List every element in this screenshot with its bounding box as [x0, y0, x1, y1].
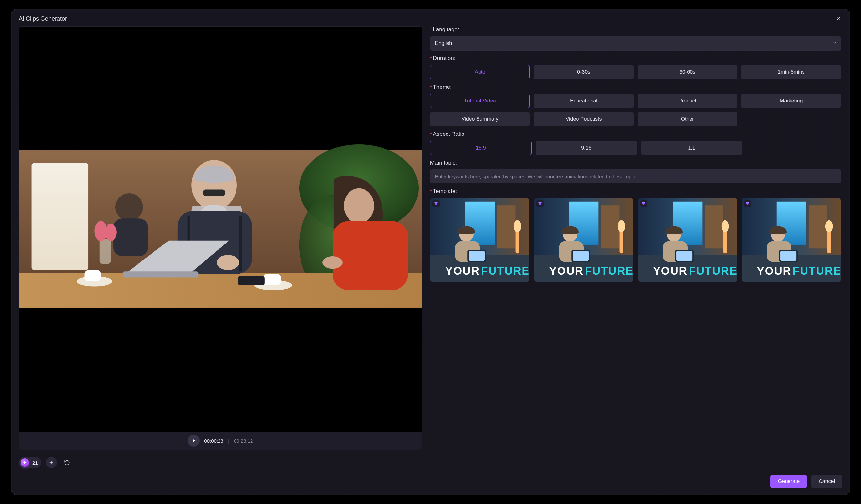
- preview-image: [19, 116, 422, 342]
- svg-point-25: [105, 224, 117, 241]
- play-icon: [191, 438, 196, 443]
- duration-options: Auto0-30s30-60s1min-5mins: [430, 65, 841, 79]
- duration-option-auto[interactable]: Auto: [430, 65, 530, 79]
- svg-rect-15: [332, 221, 408, 290]
- duration-section: *Duration: Auto0-30s30-60s1min-5mins: [430, 55, 841, 79]
- language-select[interactable]: English: [430, 36, 841, 51]
- svg-rect-59: [676, 251, 693, 261]
- language-label: *Language:: [430, 26, 841, 33]
- topic-label: Main topic:: [430, 159, 841, 166]
- theme-option-video-summary[interactable]: Video Summary: [430, 112, 530, 126]
- svg-rect-35: [469, 251, 485, 261]
- theme-option-video-podcasts[interactable]: Video Podcasts: [534, 112, 634, 126]
- theme-option-educational[interactable]: Educational: [534, 94, 634, 108]
- add-button[interactable]: [46, 457, 57, 468]
- svg-text:FUTURE: FUTURE: [585, 264, 633, 277]
- svg-point-54: [722, 220, 729, 233]
- svg-rect-29: [516, 229, 519, 254]
- modal-footer: Generate Cancel: [11, 473, 850, 494]
- svg-rect-23: [100, 239, 111, 264]
- close-button[interactable]: [834, 14, 843, 23]
- svg-point-13: [217, 255, 239, 270]
- svg-point-14: [344, 188, 374, 224]
- credits-pill[interactable]: 21: [18, 457, 41, 468]
- duration-label: *Duration:: [430, 55, 841, 62]
- svg-rect-9: [204, 190, 225, 196]
- credits-count: 21: [32, 460, 38, 465]
- template-card-3[interactable]: YOUR FUTURE: [638, 198, 737, 282]
- svg-rect-64: [809, 205, 828, 248]
- svg-text:FUTURE: FUTURE: [481, 264, 529, 277]
- theme-section: *Theme: Tutorial VideoEducationalProduct…: [430, 84, 841, 126]
- player-bar: 00:00:23 | 00:23:12: [19, 432, 422, 450]
- svg-point-30: [514, 220, 521, 233]
- spark-icon: [20, 458, 29, 467]
- current-time: 00:00:23: [204, 438, 223, 444]
- left-footer: 21: [18, 456, 422, 469]
- template-thumbnail: YOUR FUTURE: [430, 198, 529, 282]
- modal-title: AI Clips Generator: [18, 15, 67, 22]
- aspect-label: *Aspect Ratio:: [430, 131, 841, 137]
- svg-point-42: [618, 220, 625, 233]
- time-display: 00:00:23 | 00:23:12: [204, 438, 253, 444]
- right-column: *Language: English *Duration: Auto0-30s3…: [430, 26, 843, 469]
- close-icon: [836, 16, 841, 21]
- svg-rect-7: [113, 219, 148, 256]
- svg-point-16: [323, 256, 343, 269]
- template-card-4[interactable]: YOUR FUTURE: [742, 198, 841, 282]
- svg-text:YOUR: YOUR: [445, 264, 480, 277]
- svg-rect-71: [780, 251, 796, 261]
- play-button[interactable]: [188, 435, 200, 447]
- gem-icon: [536, 200, 544, 207]
- svg-rect-21: [263, 274, 281, 285]
- generate-button[interactable]: Generate: [770, 475, 807, 488]
- refresh-icon: [64, 460, 70, 465]
- svg-text:FUTURE: FUTURE: [793, 264, 841, 277]
- svg-rect-28: [497, 205, 516, 248]
- svg-rect-19: [84, 270, 100, 281]
- template-thumbnail: YOUR FUTURE: [742, 198, 841, 282]
- svg-text:YOUR: YOUR: [549, 264, 584, 277]
- video-area: 00:00:23 | 00:23:12: [18, 26, 422, 450]
- topic-input[interactable]: [430, 169, 841, 183]
- cancel-button[interactable]: Cancel: [811, 475, 843, 488]
- duration: 00:23:12: [234, 438, 253, 444]
- theme-options: Tutorial VideoEducationalProductMarketin…: [430, 94, 841, 126]
- left-column: 00:00:23 | 00:23:12 21: [18, 26, 422, 469]
- svg-rect-22: [238, 277, 264, 285]
- svg-text:FUTURE: FUTURE: [689, 264, 737, 277]
- theme-option-product[interactable]: Product: [638, 94, 738, 108]
- language-value: English: [435, 41, 452, 46]
- theme-option-marketing[interactable]: Marketing: [741, 94, 841, 108]
- video-preview[interactable]: [19, 27, 422, 432]
- language-section: *Language: English: [430, 26, 841, 51]
- theme-option-tutorial-video[interactable]: Tutorial Video: [430, 94, 530, 108]
- aspect-option-1-1[interactable]: 1:1: [641, 141, 742, 155]
- svg-text:YOUR: YOUR: [757, 264, 791, 277]
- template-options: YOUR FUTURE: [430, 198, 841, 282]
- duration-option-30-60s[interactable]: 30-60s: [638, 65, 738, 79]
- aspect-options: 16:99:161:1: [430, 141, 742, 155]
- svg-rect-2: [32, 163, 88, 270]
- aspect-option-16-9[interactable]: 16:9: [430, 141, 532, 155]
- template-label: *Template:: [430, 188, 841, 195]
- template-card-1[interactable]: YOUR FUTURE: [430, 198, 530, 282]
- modal-header: AI Clips Generator: [11, 10, 850, 26]
- duration-option-0-30s[interactable]: 0-30s: [534, 65, 634, 79]
- ai-clips-generator-modal: AI Clips Generator: [11, 9, 850, 495]
- duration-option-1min-5mins[interactable]: 1min-5mins: [741, 65, 841, 79]
- plus-icon: [49, 460, 54, 465]
- template-thumbnail: YOUR FUTURE: [534, 198, 633, 282]
- svg-rect-40: [601, 205, 620, 248]
- svg-rect-52: [705, 205, 724, 248]
- modal-body: 00:00:23 | 00:23:12 21: [11, 26, 850, 473]
- topic-section: Main topic:: [430, 159, 841, 183]
- aspect-option-9-16[interactable]: 9:16: [536, 141, 637, 155]
- template-card-2[interactable]: YOUR FUTURE: [534, 198, 633, 282]
- gem-icon: [433, 200, 440, 207]
- time-separator: |: [228, 438, 229, 444]
- theme-option-other[interactable]: Other: [638, 112, 738, 126]
- theme-label: *Theme:: [430, 84, 841, 90]
- refresh-button[interactable]: [62, 457, 72, 468]
- svg-text:YOUR: YOUR: [653, 264, 687, 277]
